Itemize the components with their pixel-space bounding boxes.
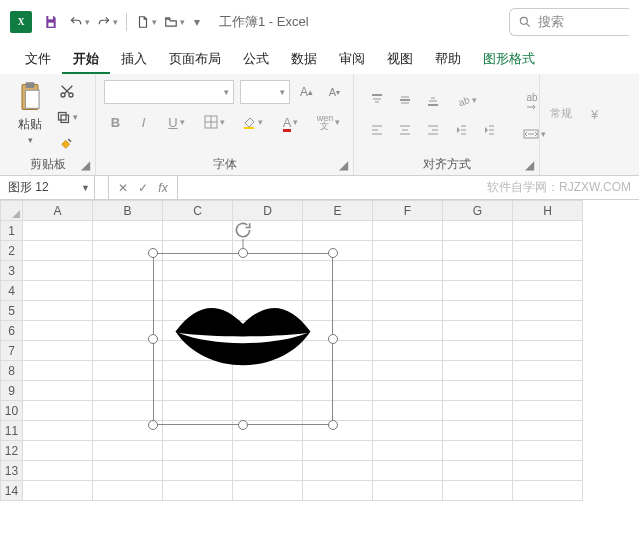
decrease-indent-button[interactable] bbox=[448, 118, 474, 142]
cell-G9[interactable] bbox=[443, 381, 513, 401]
cell-F14[interactable] bbox=[373, 481, 443, 501]
cell-F4[interactable] bbox=[373, 281, 443, 301]
cell-G1[interactable] bbox=[443, 221, 513, 241]
cell-D12[interactable] bbox=[233, 441, 303, 461]
cell-A8[interactable] bbox=[23, 361, 93, 381]
cell-E13[interactable] bbox=[303, 461, 373, 481]
cell-H13[interactable] bbox=[513, 461, 583, 481]
decrease-font-button[interactable]: A▾ bbox=[324, 80, 346, 104]
resize-handle-n[interactable] bbox=[238, 248, 248, 258]
row-header-4[interactable]: 4 bbox=[1, 281, 23, 301]
name-box[interactable]: 图形 12 ▼ bbox=[0, 176, 95, 199]
cell-B14[interactable] bbox=[93, 481, 163, 501]
cell-A7[interactable] bbox=[23, 341, 93, 361]
alignment-dialog-launcher[interactable]: ◢ bbox=[523, 159, 535, 171]
row-header-7[interactable]: 7 bbox=[1, 341, 23, 361]
cell-D13[interactable] bbox=[233, 461, 303, 481]
cell-A2[interactable] bbox=[23, 241, 93, 261]
col-header-A[interactable]: A bbox=[23, 201, 93, 221]
cell-A4[interactable] bbox=[23, 281, 93, 301]
cell-B1[interactable] bbox=[93, 221, 163, 241]
tab-insert[interactable]: 插入 bbox=[110, 44, 158, 74]
cancel-formula-button[interactable]: ✕ bbox=[115, 181, 131, 195]
resize-handle-sw[interactable] bbox=[148, 420, 158, 430]
cell-B4[interactable] bbox=[93, 281, 163, 301]
cell-F8[interactable] bbox=[373, 361, 443, 381]
cell-A5[interactable] bbox=[23, 301, 93, 321]
row-header-11[interactable]: 11 bbox=[1, 421, 23, 441]
copy-button[interactable] bbox=[56, 108, 78, 126]
cell-H9[interactable] bbox=[513, 381, 583, 401]
cell-F9[interactable] bbox=[373, 381, 443, 401]
font-color-button[interactable]: A▾ bbox=[273, 110, 309, 134]
tab-file[interactable]: 文件 bbox=[14, 44, 62, 74]
resize-handle-s[interactable] bbox=[238, 420, 248, 430]
tab-view[interactable]: 视图 bbox=[376, 44, 424, 74]
paste-button[interactable]: 粘贴 ▾ bbox=[10, 80, 50, 145]
tab-page-layout[interactable]: 页面布局 bbox=[158, 44, 232, 74]
redo-button[interactable] bbox=[96, 11, 118, 33]
cell-A13[interactable] bbox=[23, 461, 93, 481]
resize-handle-nw[interactable] bbox=[148, 248, 158, 258]
cell-C14[interactable] bbox=[163, 481, 233, 501]
cell-C1[interactable] bbox=[163, 221, 233, 241]
cell-H11[interactable] bbox=[513, 421, 583, 441]
cell-F5[interactable] bbox=[373, 301, 443, 321]
font-dialog-launcher[interactable]: ◢ bbox=[337, 159, 349, 171]
cell-G7[interactable] bbox=[443, 341, 513, 361]
align-bottom-button[interactable] bbox=[420, 88, 446, 112]
cell-G10[interactable] bbox=[443, 401, 513, 421]
cell-H10[interactable] bbox=[513, 401, 583, 421]
row-header-2[interactable]: 2 bbox=[1, 241, 23, 261]
cell-A14[interactable] bbox=[23, 481, 93, 501]
tab-review[interactable]: 审阅 bbox=[328, 44, 376, 74]
open-file-button[interactable] bbox=[163, 11, 185, 33]
row-header-8[interactable]: 8 bbox=[1, 361, 23, 381]
row-header-10[interactable]: 10 bbox=[1, 401, 23, 421]
bold-button[interactable]: B bbox=[103, 110, 129, 134]
cell-B10[interactable] bbox=[93, 401, 163, 421]
col-header-D[interactable]: D bbox=[233, 201, 303, 221]
format-painter-button[interactable] bbox=[56, 134, 78, 152]
cell-G2[interactable] bbox=[443, 241, 513, 261]
save-button[interactable] bbox=[40, 11, 62, 33]
row-header-3[interactable]: 3 bbox=[1, 261, 23, 281]
enter-formula-button[interactable]: ✓ bbox=[135, 181, 151, 195]
font-size-combo[interactable]: ▾ bbox=[240, 80, 290, 104]
increase-font-button[interactable]: A▴ bbox=[296, 80, 318, 104]
cell-B8[interactable] bbox=[93, 361, 163, 381]
increase-indent-button[interactable] bbox=[476, 118, 502, 142]
search-box[interactable]: 搜索 bbox=[509, 8, 629, 36]
cell-G6[interactable] bbox=[443, 321, 513, 341]
cell-G12[interactable] bbox=[443, 441, 513, 461]
align-middle-button[interactable] bbox=[392, 88, 418, 112]
cell-D14[interactable] bbox=[233, 481, 303, 501]
cell-H12[interactable] bbox=[513, 441, 583, 461]
cell-E14[interactable] bbox=[303, 481, 373, 501]
cell-H5[interactable] bbox=[513, 301, 583, 321]
tab-formulas[interactable]: 公式 bbox=[232, 44, 280, 74]
cell-G5[interactable] bbox=[443, 301, 513, 321]
cell-G14[interactable] bbox=[443, 481, 513, 501]
cell-C13[interactable] bbox=[163, 461, 233, 481]
font-name-combo[interactable]: ▾ bbox=[104, 80, 234, 104]
lips-icon[interactable] bbox=[155, 291, 331, 387]
cell-A9[interactable] bbox=[23, 381, 93, 401]
tab-home[interactable]: 开始 bbox=[62, 44, 110, 74]
cell-E12[interactable] bbox=[303, 441, 373, 461]
col-header-B[interactable]: B bbox=[93, 201, 163, 221]
resize-handle-se[interactable] bbox=[328, 420, 338, 430]
row-header-5[interactable]: 5 bbox=[1, 301, 23, 321]
cell-B13[interactable] bbox=[93, 461, 163, 481]
col-header-H[interactable]: H bbox=[513, 201, 583, 221]
cell-F12[interactable] bbox=[373, 441, 443, 461]
tab-shape-format[interactable]: 图形格式 bbox=[472, 44, 546, 74]
cell-F13[interactable] bbox=[373, 461, 443, 481]
cell-H6[interactable] bbox=[513, 321, 583, 341]
cell-H1[interactable] bbox=[513, 221, 583, 241]
undo-button[interactable] bbox=[68, 11, 90, 33]
borders-button[interactable]: ▾ bbox=[197, 110, 233, 134]
underline-button[interactable]: U▾ bbox=[159, 110, 195, 134]
cell-G13[interactable] bbox=[443, 461, 513, 481]
cell-G3[interactable] bbox=[443, 261, 513, 281]
